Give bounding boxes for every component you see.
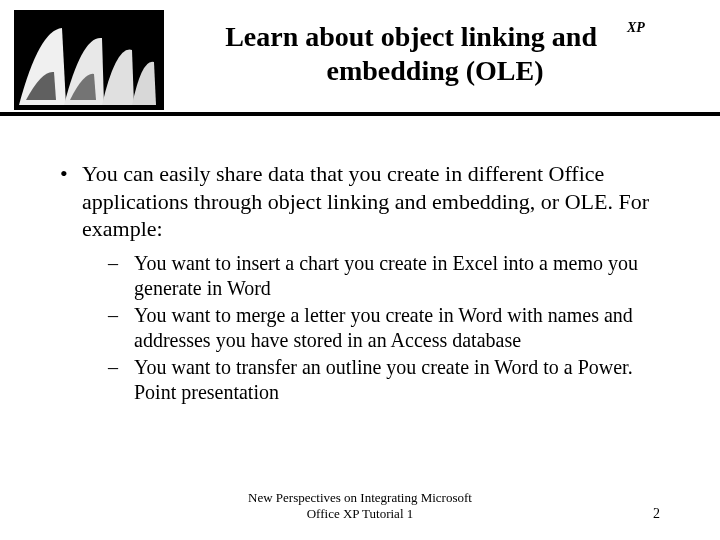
header-image [14, 10, 164, 110]
slide-body: • You can easily share data that you cre… [0, 120, 720, 405]
title-text-line1: Learn about object linking and [225, 21, 597, 52]
bullet-marker: – [108, 251, 124, 301]
bullet-text: You want to merge a letter you create in… [134, 303, 670, 353]
footer-text: New Perspectives on Integrating Microsof… [230, 490, 490, 521]
bullet-level2: – You want to merge a letter you create … [108, 303, 670, 353]
bullet-text: You can easily share data that you creat… [82, 160, 670, 243]
opera-house-icon [14, 10, 164, 110]
footer-line2: Office XP Tutorial 1 [307, 506, 414, 521]
page-number: 2 [653, 506, 660, 522]
title-text-line2: embedding (OLE) [170, 54, 700, 88]
bullet-text: You want to insert a chart you create in… [134, 251, 670, 301]
slide-footer: New Perspectives on Integrating Microsof… [0, 490, 720, 530]
xp-label: XP [627, 20, 645, 37]
bullet-marker: – [108, 355, 124, 405]
bullet-level2: – You want to insert a chart you create … [108, 251, 670, 301]
bullet-level2-list: – You want to insert a chart you create … [50, 251, 670, 405]
slide-header: Learn about object linking andXP embeddi… [0, 0, 720, 120]
header-divider [0, 112, 720, 116]
bullet-level1: • You can easily share data that you cre… [50, 160, 670, 243]
slide-title: Learn about object linking andXP embeddi… [170, 20, 700, 87]
bullet-marker: – [108, 303, 124, 353]
bullet-level2: – You want to transfer an outline you cr… [108, 355, 670, 405]
footer-line1: New Perspectives on Integrating Microsof… [248, 490, 472, 505]
bullet-marker: • [50, 160, 72, 243]
bullet-text: You want to transfer an outline you crea… [134, 355, 670, 405]
